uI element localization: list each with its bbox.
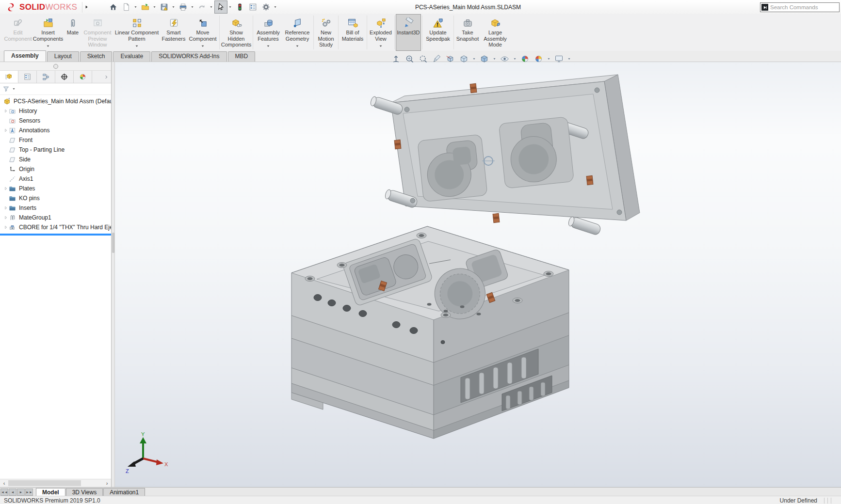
previous-view-icon[interactable]	[418, 54, 428, 64]
expand-arrow-icon[interactable]	[2, 187, 9, 190]
expand-arrow-icon[interactable]	[2, 128, 9, 132]
insert-components-dropdown-icon[interactable]	[43, 42, 54, 49]
tab-solidworks-add-ins[interactable]: SOLIDWORKS Add-Ins	[151, 51, 226, 62]
dimxpertmanager-tab[interactable]	[55, 71, 74, 83]
splitter-grip[interactable]	[112, 233, 114, 253]
view-orientation-icon[interactable]	[459, 54, 469, 64]
section-view-icon[interactable]	[432, 54, 442, 64]
filter-dropdown-icon[interactable]	[10, 85, 17, 93]
select-dropdown-icon[interactable]	[227, 1, 232, 13]
display-style-dropdown-icon[interactable]	[493, 57, 496, 61]
new-document-dropdown-icon[interactable]	[133, 1, 138, 13]
next-sheet-button[interactable]: ►	[17, 488, 25, 496]
tree-item-root[interactable]: PCS-ASeries_Main Mold Assm (Default)	[0, 96, 111, 106]
zoom-to-area-icon[interactable]	[404, 54, 415, 64]
mate-button[interactable]: Mate	[64, 14, 81, 51]
home-button[interactable]	[107, 0, 120, 14]
dynamic-annotation-views-icon[interactable]	[445, 54, 455, 64]
tree-item-front[interactable]: Front	[0, 135, 111, 145]
tree-item-axis1[interactable]: Axis1	[0, 174, 111, 184]
featuremanager-tab[interactable]	[0, 71, 18, 83]
reference-geometry-dropdown-icon[interactable]	[292, 42, 303, 49]
scroll-left-arrow[interactable]: ‹	[1, 480, 7, 487]
settings-button[interactable]	[259, 0, 273, 14]
tree-item-ko-pins[interactable]: KO pins	[0, 193, 111, 203]
panel-splitter[interactable]	[112, 62, 115, 487]
panel-horizontal-scrollbar[interactable]: ‹ ›	[0, 479, 111, 487]
first-sheet-button[interactable]: ◄◄	[0, 488, 8, 496]
filter-funnel-icon[interactable]	[2, 85, 10, 93]
apply-scene-dropdown-icon[interactable]	[547, 57, 550, 61]
linear-component-pattern-dropdown-icon[interactable]	[131, 42, 143, 49]
toolbar-flyout-arrow[interactable]	[82, 2, 90, 13]
insert-components-button[interactable]: Insert Components	[32, 14, 64, 51]
print-dropdown-icon[interactable]	[190, 1, 194, 13]
view-orientation-dropdown-icon[interactable]	[472, 57, 476, 61]
tab-mbd[interactable]: MBD	[228, 51, 256, 62]
tree-item-annotations[interactable]: Annotations	[0, 126, 111, 135]
mold-assembly-model[interactable]	[115, 62, 841, 487]
tab-evaluate[interactable]: Evaluate	[113, 51, 150, 62]
graphics-viewport[interactable]	[115, 62, 841, 487]
move-component-dropdown-icon[interactable]	[197, 42, 209, 49]
bill-of-materials-button[interactable]: Bill of Materials	[340, 14, 366, 51]
previous-sheet-button[interactable]: ◄	[9, 488, 16, 496]
tab-assembly[interactable]: Assembly	[4, 50, 46, 62]
move-component-button[interactable]: Move Component	[187, 14, 218, 51]
tree-item-mategroup1[interactable]: MateGroup1	[0, 213, 111, 222]
scrollbar-thumb[interactable]	[8, 480, 81, 486]
hide-show-items-dropdown-icon[interactable]	[513, 57, 517, 61]
open-document-dropdown-icon[interactable]	[152, 1, 157, 13]
options-list-button[interactable]	[246, 0, 259, 14]
view-settings-dropdown-icon[interactable]	[567, 57, 571, 61]
sheet-tab-3d-views[interactable]: 3D Views	[66, 488, 103, 496]
open-document-button[interactable]	[139, 0, 152, 14]
tree-item-inserts[interactable]: Inserts	[0, 203, 111, 213]
rebuild-button[interactable]	[233, 0, 246, 14]
smart-fasteners-button[interactable]: Smart Fasteners	[160, 14, 187, 51]
take-snapshot-button[interactable]: Take Snapshot	[455, 14, 480, 51]
configurationmanager-tab[interactable]	[37, 71, 55, 83]
tab-layout[interactable]: Layout	[47, 51, 79, 62]
tab-sketch[interactable]: Sketch	[80, 51, 113, 62]
view-settings-icon[interactable]	[554, 54, 564, 64]
tree-item-plates[interactable]: Plates	[0, 184, 111, 193]
new-document-button[interactable]	[120, 0, 133, 14]
panel-collapse-button[interactable]	[53, 64, 58, 69]
propertymanager-tab[interactable]	[18, 71, 37, 83]
tree-item-top-parting-line[interactable]: Top - Parting Line	[0, 145, 111, 155]
linear-component-pattern-button[interactable]: Linear Component Pattern	[113, 14, 160, 51]
assembly-features-button[interactable]: Assembly Features	[254, 14, 282, 51]
tree-item-origin[interactable]: Origin	[0, 164, 111, 174]
expand-arrow-icon[interactable]	[2, 206, 9, 210]
instant3d-button[interactable]: Instant3D	[396, 14, 421, 51]
apply-scene-icon[interactable]	[534, 54, 544, 64]
undo-dropdown-icon[interactable]	[209, 1, 213, 13]
expand-arrow-icon[interactable]	[2, 225, 9, 229]
exploded-view-button[interactable]: Exploded View	[368, 14, 393, 51]
sheet-tab-model[interactable]: Model	[36, 488, 65, 496]
print-button[interactable]	[177, 0, 190, 14]
panel-tabs-overflow-arrow[interactable]	[101, 71, 111, 83]
expand-arrow-icon[interactable]	[2, 109, 9, 113]
search-commands[interactable]: Search Commands	[760, 2, 840, 12]
tree-item-history[interactable]: History	[0, 106, 111, 116]
save-button[interactable]	[158, 0, 171, 14]
tree-item-side[interactable]: Side	[0, 155, 111, 164]
last-sheet-button[interactable]: ►►	[25, 488, 33, 496]
undo-button[interactable]	[195, 0, 209, 14]
tree-item-cbore-for-1-4-thx-thru-hard-ejec[interactable]: CBORE for 1/4 "THX" Thru Hard Ejec	[0, 222, 111, 232]
expand-arrow-icon[interactable]	[2, 216, 9, 220]
scroll-right-arrow[interactable]: ›	[104, 480, 110, 487]
tree-item-sensors[interactable]: Sensors	[0, 116, 111, 126]
hide-show-items-icon[interactable]	[500, 54, 510, 64]
large-assembly-mode-button[interactable]: Large Assembly Mode	[480, 14, 510, 51]
displaymanager-tab[interactable]	[74, 71, 92, 83]
show-hidden-components-button[interactable]: Show Hidden Components	[221, 14, 252, 51]
edit-appearance-icon[interactable]	[520, 54, 530, 64]
display-style-icon[interactable]	[479, 54, 489, 64]
save-dropdown-icon[interactable]	[171, 1, 176, 13]
select-button[interactable]	[214, 0, 227, 14]
zoom-to-fit-icon[interactable]	[391, 54, 401, 64]
sheet-tab-animation1[interactable]: Animation1	[103, 488, 145, 496]
